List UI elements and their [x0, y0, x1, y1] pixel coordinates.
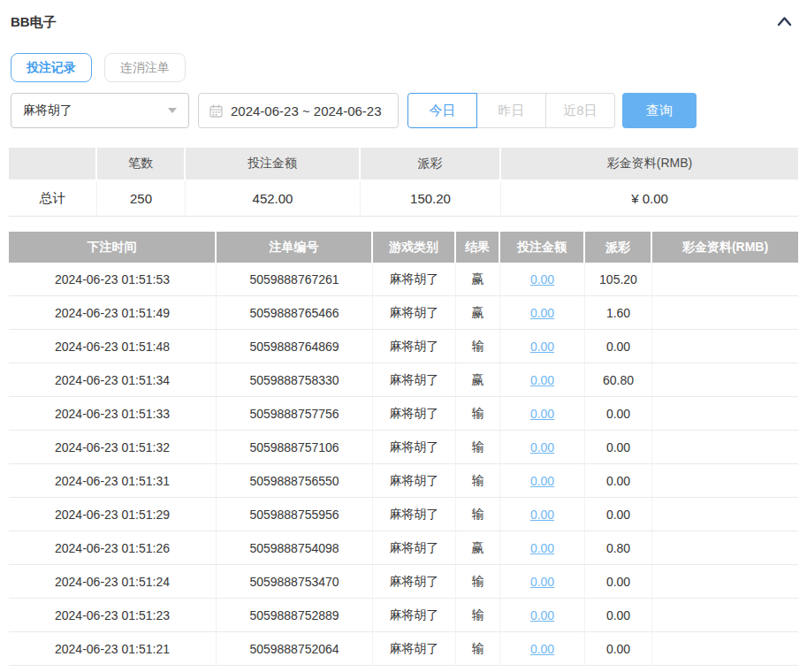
quick-range-group: 今日 昨日 近8日: [407, 93, 615, 128]
tab-betting-records[interactable]: 投注记录: [11, 53, 92, 82]
records-body: 2024-06-23 01:51:53 5059888767261 麻将胡了 赢…: [9, 263, 798, 666]
cell-result: 输: [456, 498, 500, 531]
betting-records-panel: BB电子 投注记录 连消注单 麻将胡了: [0, 0, 807, 666]
cell-result: 输: [456, 599, 500, 632]
summary-count-value: 250: [97, 181, 186, 217]
table-row: 2024-06-23 01:51:26 5059888754098 麻将胡了 赢…: [9, 531, 798, 565]
bet-amount-link[interactable]: 0.00: [530, 575, 554, 589]
cell-payout: 0.00: [585, 498, 652, 531]
summary-header-blank: [9, 148, 97, 181]
table-row: 2024-06-23 01:51:32 5059888757106 麻将胡了 输…: [9, 431, 798, 464]
filter-toolbar: 麻将胡了 2024-06-23 ~ 2024-06-23: [9, 93, 798, 128]
summary-total-label: 总计: [9, 181, 97, 217]
bet-amount-link[interactable]: 0.00: [530, 474, 554, 488]
cell-bet-id: 5059888752889: [217, 599, 373, 632]
table-row: 2024-06-23 01:51:24 5059888753470 麻将胡了 输…: [9, 565, 798, 599]
cell-payout: 0.80: [585, 531, 652, 565]
date-range-input[interactable]: 2024-06-23 ~ 2024-06-23: [198, 93, 399, 128]
summary-payout-value: 150.20: [361, 181, 501, 217]
cell-result: 输: [456, 397, 500, 431]
cell-bet-time: 2024-06-23 01:51:53: [9, 263, 217, 296]
cell-result: 赢: [456, 363, 500, 397]
col-header-bet-time: 下注时间: [9, 232, 217, 263]
query-button[interactable]: 查询: [622, 93, 697, 128]
cell-game-type: 麻将胡了: [373, 431, 456, 464]
cell-bonus: [652, 565, 798, 599]
summary-bonus-value: ¥ 0.00: [501, 181, 798, 217]
cell-game-type: 麻将胡了: [373, 464, 456, 498]
table-row: 2024-06-23 01:51:48 5059888764869 麻将胡了 输…: [9, 330, 798, 363]
bet-amount-link[interactable]: 0.00: [530, 272, 554, 286]
cell-bonus: [652, 632, 798, 666]
summary-total-row: 总计 250 452.00 150.20 ¥ 0.00: [9, 181, 798, 217]
table-row: 2024-06-23 01:51:21 5059888752064 麻将胡了 输…: [9, 632, 798, 666]
summary-bet-amount-value: 452.00: [186, 181, 361, 217]
cell-payout: 0.00: [585, 599, 652, 632]
bet-amount-link[interactable]: 0.00: [530, 642, 554, 656]
cell-bet-time: 2024-06-23 01:51:33: [9, 397, 217, 431]
cell-bet-amount: 0.00: [500, 330, 585, 363]
cell-payout: 60.80: [585, 363, 652, 397]
cell-bet-id: 5059888757756: [217, 397, 373, 431]
col-header-bet-id: 注单编号: [217, 232, 373, 263]
cell-result: 输: [456, 330, 500, 363]
bet-amount-link[interactable]: 0.00: [530, 608, 554, 622]
collapse-button[interactable]: [776, 15, 793, 31]
cell-game-type: 麻将胡了: [373, 599, 456, 632]
cell-payout: 0.00: [585, 565, 652, 599]
last-8-days-button[interactable]: 近8日: [545, 93, 615, 128]
bet-amount-link[interactable]: 0.00: [530, 340, 554, 354]
tab-label: 投注记录: [27, 60, 76, 76]
cell-bet-id: 5059888767261: [217, 263, 373, 296]
cell-result: 赢: [456, 296, 500, 330]
today-button[interactable]: 今日: [407, 93, 477, 128]
cell-bet-id: 5059888756550: [217, 464, 373, 498]
game-select[interactable]: 麻将胡了: [11, 93, 189, 128]
summary-header-bonus: 彩金资料(RMB): [501, 148, 798, 181]
cell-bet-amount: 0.00: [500, 296, 585, 330]
table-row: 2024-06-23 01:51:23 5059888752889 麻将胡了 输…: [9, 599, 798, 632]
table-row: 2024-06-23 01:51:49 5059888765466 麻将胡了 赢…: [9, 296, 798, 330]
bet-amount-link[interactable]: 0.00: [530, 407, 554, 421]
cell-bonus: [652, 263, 798, 296]
cell-bet-id: 5059888764869: [217, 330, 373, 363]
cell-bonus: [652, 464, 798, 498]
cell-bet-id: 5059888757106: [217, 431, 373, 464]
cell-bet-amount: 0.00: [500, 363, 585, 397]
cell-bet-amount: 0.00: [500, 599, 585, 632]
cell-bet-amount: 0.00: [500, 531, 585, 565]
bet-amount-link[interactable]: 0.00: [530, 373, 554, 387]
col-header-bonus: 彩金资料(RMB): [652, 232, 798, 263]
bet-amount-link[interactable]: 0.00: [530, 440, 554, 454]
table-row: 2024-06-23 01:51:29 5059888755956 麻将胡了 输…: [9, 498, 798, 531]
tab-cancelled-bets[interactable]: 连消注单: [104, 53, 186, 82]
tab-bar: 投注记录 连消注单: [9, 53, 798, 82]
cell-payout: 105.20: [585, 263, 652, 296]
bet-amount-link[interactable]: 0.00: [530, 508, 554, 522]
cell-bet-id: 5059888754098: [217, 531, 373, 565]
summary-header-bet-amount: 投注金额: [186, 148, 361, 181]
last-8-days-button-label: 近8日: [563, 103, 597, 119]
cell-payout: 0.00: [585, 397, 652, 431]
summary-header-row: 笔数 投注金额 派彩 彩金资料(RMB): [9, 148, 798, 181]
table-row: 2024-06-23 01:51:53 5059888767261 麻将胡了 赢…: [9, 263, 798, 296]
cell-game-type: 麻将胡了: [373, 330, 456, 363]
records-table: 下注时间 注单编号 游戏类别 结果 投注金额 派彩 彩金资料(RMB) 2024…: [9, 232, 798, 666]
cell-bonus: [652, 498, 798, 531]
cell-bet-time: 2024-06-23 01:51:32: [9, 431, 217, 464]
cell-bet-amount: 0.00: [500, 263, 585, 296]
cell-bonus: [652, 531, 798, 565]
bet-amount-link[interactable]: 0.00: [530, 306, 554, 320]
cell-bet-id: 5059888752064: [217, 632, 373, 666]
cell-bonus: [652, 397, 798, 431]
col-header-game-type: 游戏类别: [373, 232, 456, 263]
cell-result: 赢: [456, 263, 500, 296]
chevron-down-icon: [168, 108, 177, 113]
records-header-row: 下注时间 注单编号 游戏类别 结果 投注金额 派彩 彩金资料(RMB): [9, 232, 798, 263]
game-select-value: 麻将胡了: [23, 103, 72, 118]
cell-game-type: 麻将胡了: [373, 363, 456, 397]
cell-game-type: 麻将胡了: [373, 565, 456, 599]
yesterday-button[interactable]: 昨日: [476, 93, 546, 128]
bet-amount-link[interactable]: 0.00: [530, 541, 554, 555]
page-title: BB电子: [11, 14, 57, 31]
